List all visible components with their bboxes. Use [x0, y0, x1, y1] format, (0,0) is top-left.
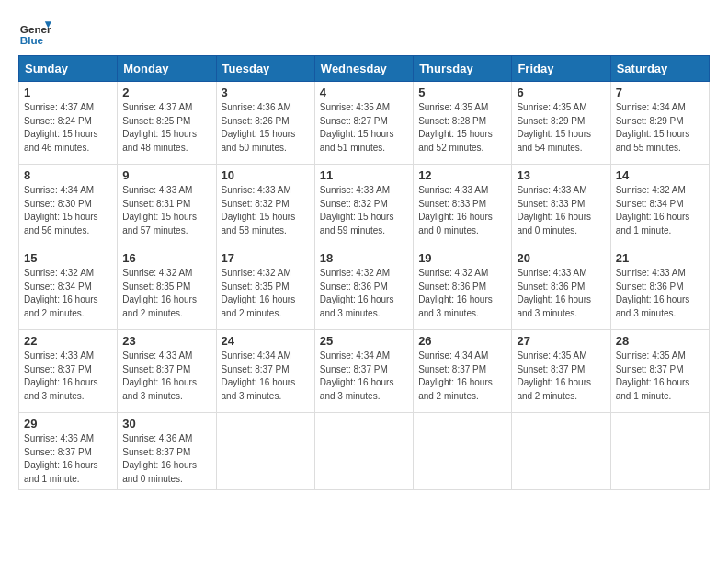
calendar-header-tuesday: Tuesday — [216, 56, 314, 82]
calendar-cell: 13Sunrise: 4:33 AMSunset: 8:33 PMDayligh… — [512, 165, 610, 247]
calendar-cell: 4Sunrise: 4:35 AMSunset: 8:27 PMDaylight… — [314, 82, 413, 165]
calendar-header-monday: Monday — [118, 56, 216, 82]
day-number: 25 — [320, 334, 408, 348]
day-number: 24 — [222, 334, 310, 348]
calendar-cell: 27Sunrise: 4:35 AMSunset: 8:37 PMDayligh… — [512, 330, 610, 413]
calendar-cell: 7Sunrise: 4:34 AMSunset: 8:29 PMDaylight… — [610, 82, 709, 165]
day-info: Sunrise: 4:32 AMSunset: 8:35 PMDaylight:… — [122, 267, 210, 320]
calendar-cell — [512, 413, 610, 490]
day-number: 4 — [320, 86, 408, 99]
day-number: 14 — [616, 168, 704, 182]
calendar-cell: 6Sunrise: 4:35 AMSunset: 8:29 PMDaylight… — [512, 82, 610, 165]
calendar-week-row-4: 22Sunrise: 4:33 AMSunset: 8:37 PMDayligh… — [19, 330, 710, 413]
calendar-cell: 12Sunrise: 4:33 AMSunset: 8:33 PMDayligh… — [414, 165, 512, 247]
day-number: 29 — [24, 417, 112, 431]
calendar-cell: 21Sunrise: 4:33 AMSunset: 8:36 PMDayligh… — [610, 247, 709, 330]
day-info: Sunrise: 4:33 AMSunset: 8:36 PMDaylight:… — [517, 267, 605, 320]
day-number: 1 — [24, 86, 112, 99]
logo-icon: General Blue — [18, 15, 51, 48]
day-info: Sunrise: 4:33 AMSunset: 8:33 PMDaylight:… — [418, 184, 506, 237]
day-info: Sunrise: 4:33 AMSunset: 8:32 PMDaylight:… — [222, 184, 310, 237]
day-info: Sunrise: 4:35 AMSunset: 8:37 PMDaylight:… — [616, 350, 704, 403]
day-number: 17 — [222, 251, 310, 265]
day-info: Sunrise: 4:34 AMSunset: 8:37 PMDaylight:… — [222, 350, 310, 403]
day-number: 5 — [418, 86, 506, 99]
day-info: Sunrise: 4:36 AMSunset: 8:26 PMDaylight:… — [222, 101, 310, 155]
day-info: Sunrise: 4:34 AMSunset: 8:30 PMDaylight:… — [24, 184, 112, 237]
day-info: Sunrise: 4:33 AMSunset: 8:33 PMDaylight:… — [517, 184, 605, 237]
calendar-cell: 20Sunrise: 4:33 AMSunset: 8:36 PMDayligh… — [512, 247, 610, 330]
calendar-table: SundayMondayTuesdayWednesdayThursdayFrid… — [18, 55, 710, 490]
calendar-cell: 14Sunrise: 4:32 AMSunset: 8:34 PMDayligh… — [610, 165, 709, 247]
day-info: Sunrise: 4:35 AMSunset: 8:29 PMDaylight:… — [517, 101, 605, 155]
day-number: 19 — [418, 251, 506, 265]
calendar-cell: 5Sunrise: 4:35 AMSunset: 8:28 PMDaylight… — [414, 82, 512, 165]
day-number: 12 — [418, 168, 506, 182]
calendar-cell: 18Sunrise: 4:32 AMSunset: 8:36 PMDayligh… — [314, 247, 413, 330]
day-number: 20 — [517, 251, 605, 265]
calendar-cell: 8Sunrise: 4:34 AMSunset: 8:30 PMDaylight… — [19, 165, 118, 247]
calendar-header-row: SundayMondayTuesdayWednesdayThursdayFrid… — [19, 56, 710, 82]
day-info: Sunrise: 4:32 AMSunset: 8:36 PMDaylight:… — [418, 267, 506, 320]
day-number: 23 — [122, 334, 210, 348]
day-number: 13 — [517, 168, 605, 182]
calendar-header-thursday: Thursday — [414, 56, 512, 82]
calendar-cell: 9Sunrise: 4:33 AMSunset: 8:31 PMDaylight… — [118, 165, 216, 247]
day-number: 27 — [517, 334, 605, 348]
calendar-cell — [314, 413, 413, 490]
calendar-cell: 2Sunrise: 4:37 AMSunset: 8:25 PMDaylight… — [118, 82, 216, 165]
day-number: 8 — [24, 168, 112, 182]
calendar-cell: 1Sunrise: 4:37 AMSunset: 8:24 PMDaylight… — [19, 82, 118, 165]
day-number: 7 — [616, 86, 704, 99]
day-number: 22 — [24, 334, 112, 348]
page-header: General Blue — [18, 15, 710, 48]
calendar-cell: 16Sunrise: 4:32 AMSunset: 8:35 PMDayligh… — [118, 247, 216, 330]
calendar-header-saturday: Saturday — [610, 56, 709, 82]
day-number: 26 — [418, 334, 506, 348]
calendar-week-row-3: 15Sunrise: 4:32 AMSunset: 8:34 PMDayligh… — [19, 247, 710, 330]
day-number: 11 — [320, 168, 408, 182]
day-number: 15 — [24, 251, 112, 265]
day-number: 9 — [122, 168, 210, 182]
calendar-cell: 3Sunrise: 4:36 AMSunset: 8:26 PMDaylight… — [216, 82, 314, 165]
calendar-header-sunday: Sunday — [19, 56, 118, 82]
day-number: 21 — [616, 251, 704, 265]
day-info: Sunrise: 4:33 AMSunset: 8:32 PMDaylight:… — [320, 184, 408, 237]
calendar-cell: 30Sunrise: 4:36 AMSunset: 8:37 PMDayligh… — [118, 413, 216, 490]
calendar-cell: 19Sunrise: 4:32 AMSunset: 8:36 PMDayligh… — [414, 247, 512, 330]
calendar-cell: 15Sunrise: 4:32 AMSunset: 8:34 PMDayligh… — [19, 247, 118, 330]
day-info: Sunrise: 4:36 AMSunset: 8:37 PMDaylight:… — [24, 432, 112, 486]
calendar-cell: 24Sunrise: 4:34 AMSunset: 8:37 PMDayligh… — [216, 330, 314, 413]
day-number: 2 — [122, 86, 210, 99]
day-info: Sunrise: 4:34 AMSunset: 8:37 PMDaylight:… — [418, 350, 506, 403]
calendar-header-friday: Friday — [512, 56, 610, 82]
calendar-cell — [610, 413, 709, 490]
day-info: Sunrise: 4:32 AMSunset: 8:36 PMDaylight:… — [320, 267, 408, 320]
day-info: Sunrise: 4:34 AMSunset: 8:29 PMDaylight:… — [616, 101, 704, 155]
day-info: Sunrise: 4:32 AMSunset: 8:34 PMDaylight:… — [24, 267, 112, 320]
day-info: Sunrise: 4:35 AMSunset: 8:27 PMDaylight:… — [320, 101, 408, 155]
calendar-cell — [414, 413, 512, 490]
calendar-week-row-5: 29Sunrise: 4:36 AMSunset: 8:37 PMDayligh… — [19, 413, 710, 490]
day-number: 28 — [616, 334, 704, 348]
calendar-cell: 10Sunrise: 4:33 AMSunset: 8:32 PMDayligh… — [216, 165, 314, 247]
day-number: 16 — [122, 251, 210, 265]
day-info: Sunrise: 4:33 AMSunset: 8:37 PMDaylight:… — [24, 350, 112, 403]
calendar-week-row-1: 1Sunrise: 4:37 AMSunset: 8:24 PMDaylight… — [19, 82, 710, 165]
calendar-cell: 23Sunrise: 4:33 AMSunset: 8:37 PMDayligh… — [118, 330, 216, 413]
calendar-cell — [216, 413, 314, 490]
calendar-week-row-2: 8Sunrise: 4:34 AMSunset: 8:30 PMDaylight… — [19, 165, 710, 247]
day-info: Sunrise: 4:33 AMSunset: 8:37 PMDaylight:… — [122, 350, 210, 403]
calendar-cell: 17Sunrise: 4:32 AMSunset: 8:35 PMDayligh… — [216, 247, 314, 330]
calendar-cell: 28Sunrise: 4:35 AMSunset: 8:37 PMDayligh… — [610, 330, 709, 413]
day-number: 18 — [320, 251, 408, 265]
calendar-cell: 29Sunrise: 4:36 AMSunset: 8:37 PMDayligh… — [19, 413, 118, 490]
calendar-cell: 22Sunrise: 4:33 AMSunset: 8:37 PMDayligh… — [19, 330, 118, 413]
logo: General Blue — [18, 15, 51, 48]
day-info: Sunrise: 4:34 AMSunset: 8:37 PMDaylight:… — [320, 350, 408, 403]
day-number: 3 — [222, 86, 310, 99]
day-number: 6 — [517, 86, 605, 99]
day-info: Sunrise: 4:35 AMSunset: 8:28 PMDaylight:… — [418, 101, 506, 155]
day-info: Sunrise: 4:33 AMSunset: 8:36 PMDaylight:… — [616, 267, 704, 320]
day-number: 10 — [222, 168, 310, 182]
